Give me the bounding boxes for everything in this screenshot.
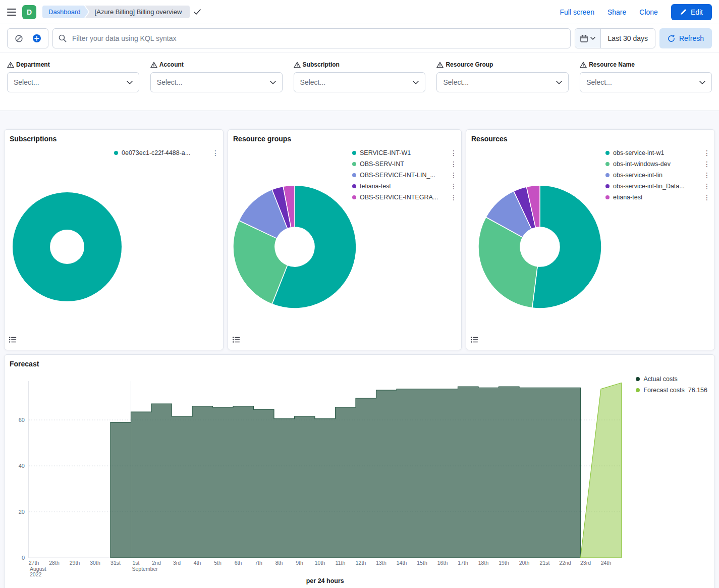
month-label: September xyxy=(132,566,158,572)
legend-label: OBS-SERVICE-INT-LIN_... xyxy=(360,172,435,179)
legend-menu-icon[interactable]: ⋮ xyxy=(207,149,219,156)
legend-dot xyxy=(605,151,610,155)
breadcrumb: Dashboard [Azure Billing] Billing overvi… xyxy=(42,6,201,18)
legend-toggle-icon[interactable] xyxy=(9,336,17,346)
chevron-down-icon xyxy=(270,81,276,84)
legend-label: 0e073ec1-c22f-4488-a... xyxy=(122,149,190,156)
resource-name-select[interactable]: Select... xyxy=(580,72,712,92)
legend-menu-icon[interactable]: ⋮ xyxy=(698,161,710,168)
legend-item[interactable]: SERVICE-INT-W1⋮ xyxy=(352,148,457,157)
time-range-value[interactable]: Last 30 days xyxy=(601,29,655,48)
control-label: Subscription xyxy=(294,61,426,68)
dashboard-grid: Subscriptions 0e073ec1-c22f-4488-a...⋮ R… xyxy=(0,111,719,588)
chart-legend: SERVICE-INT-W1⋮OBS-SERV-INT⋮OBS-SERVICE-… xyxy=(352,148,457,202)
donut-chart[interactable] xyxy=(9,188,126,305)
y-axis-tick-label: 20 xyxy=(19,509,25,515)
x-axis-tick-label: 12th xyxy=(356,560,366,566)
forecast-costs-area[interactable] xyxy=(581,383,622,558)
legend-label: obs-int-windows-dev xyxy=(613,161,671,168)
warning-icon xyxy=(436,62,444,68)
date-picker: Last 30 days xyxy=(575,28,655,48)
breadcrumb-dashboard[interactable]: Dashboard xyxy=(42,6,89,18)
legend-toggle-icon[interactable] xyxy=(470,336,478,346)
x-axis-tick-label: 2nd xyxy=(152,560,161,566)
saved-query-icon[interactable] xyxy=(10,30,28,46)
legend-menu-icon[interactable]: ⋮ xyxy=(445,183,457,190)
legend-menu-icon[interactable]: ⋮ xyxy=(445,149,457,156)
x-axis-tick-label: 18th xyxy=(478,560,489,566)
y-axis-tick-label: 0 xyxy=(22,555,25,561)
x-axis-tick-label: 21st xyxy=(540,560,550,566)
add-filter-icon[interactable] xyxy=(28,30,46,46)
x-axis-tick-label: 16th xyxy=(437,560,448,566)
edit-button[interactable]: Edit xyxy=(671,4,712,20)
refresh-button[interactable]: Refresh xyxy=(659,28,712,48)
chart-legend: 0e073ec1-c22f-4488-a...⋮ xyxy=(114,148,219,157)
resource-group-select[interactable]: Select... xyxy=(436,72,569,92)
legend-menu-icon[interactable]: ⋮ xyxy=(445,172,457,179)
legend-toggle-icon[interactable] xyxy=(232,336,240,346)
kql-search xyxy=(52,28,571,48)
refresh-icon xyxy=(668,35,675,42)
x-axis-tick-label: 27th xyxy=(29,560,39,566)
legend-menu-icon[interactable]: ⋮ xyxy=(445,161,457,168)
subscription-select[interactable]: Select... xyxy=(294,72,426,92)
legend-label: obs-service-int-lin_Data... xyxy=(613,183,685,190)
legend-label: SERVICE-INT-W1 xyxy=(360,149,411,156)
legend-menu-icon[interactable]: ⋮ xyxy=(698,149,710,156)
legend-dot xyxy=(605,162,610,166)
filter-button-group xyxy=(7,28,48,48)
share-link[interactable]: Share xyxy=(607,8,626,16)
donut-chart[interactable] xyxy=(231,183,358,310)
warning-icon xyxy=(580,62,587,68)
legend-dot xyxy=(605,173,610,177)
legend-menu-icon[interactable]: ⋮ xyxy=(698,183,710,190)
control-department: Department Select... xyxy=(7,61,139,92)
legend-item[interactable]: OBS-SERVICE-INTEGRA...⋮ xyxy=(352,192,457,202)
x-axis-tick-label: 4th xyxy=(194,560,201,566)
x-axis-tick-label: 17th xyxy=(458,560,468,566)
breadcrumb-current-dashboard[interactable]: [Azure Billing] Billing overview xyxy=(85,6,190,18)
panel-title: Resource groups xyxy=(233,135,291,143)
department-select[interactable]: Select... xyxy=(7,72,139,92)
kql-search-input[interactable] xyxy=(52,28,571,48)
legend-item[interactable]: obs-service-int-lin⋮ xyxy=(605,170,710,180)
legend-dot xyxy=(352,162,356,166)
x-axis-tick-label: 20th xyxy=(519,560,530,566)
panel-resources: Resources obs-service-int-w1⋮obs-int-win… xyxy=(466,129,715,350)
legend-item[interactable]: obs-int-windows-dev⋮ xyxy=(605,159,710,169)
x-axis-tick-label: 28th xyxy=(49,560,60,566)
legend-item[interactable]: etiana-test⋮ xyxy=(605,192,710,202)
legend-item[interactable]: OBS-SERV-INT⋮ xyxy=(352,159,457,169)
legend-menu-icon[interactable]: ⋮ xyxy=(698,172,710,179)
clone-link[interactable]: Clone xyxy=(639,8,658,16)
date-quick-menu-button[interactable] xyxy=(575,29,601,48)
donut-chart[interactable] xyxy=(476,183,603,310)
legend-item[interactable]: obs-service-int-lin_Data...⋮ xyxy=(605,181,710,191)
check-icon[interactable] xyxy=(194,9,201,15)
x-axis-tick-label: 11th xyxy=(336,560,346,566)
forecast-area-chart[interactable]: 020406027th28th29th30th31st1st2nd3rd4th5… xyxy=(9,369,710,588)
pencil-icon xyxy=(680,9,687,15)
legend-item[interactable]: obs-service-int-w1⋮ xyxy=(605,148,710,157)
x-axis-tick-label: 7th xyxy=(255,560,262,566)
legend-item[interactable]: OBS-SERVICE-INT-LIN_...⋮ xyxy=(352,170,457,180)
pie-slice[interactable] xyxy=(532,185,601,308)
account-select[interactable]: Select... xyxy=(150,72,283,92)
full-screen-link[interactable]: Full screen xyxy=(560,8,594,16)
actual-costs-area[interactable] xyxy=(110,387,581,558)
control-label: Account xyxy=(150,61,283,68)
legend-menu-icon[interactable]: ⋮ xyxy=(698,194,710,201)
x-axis-tick-label: 15th xyxy=(417,560,427,566)
legend-item[interactable]: 0e073ec1-c22f-4488-a...⋮ xyxy=(114,148,219,157)
x-axis-tick-label: 19th xyxy=(499,560,509,566)
x-axis-tick-label: 13th xyxy=(376,560,386,566)
menu-icon[interactable] xyxy=(7,9,16,16)
chevron-down-icon xyxy=(556,81,562,84)
legend-item[interactable]: tetiana-test⋮ xyxy=(352,181,457,191)
edit-button-label: Edit xyxy=(691,8,703,16)
calendar-icon xyxy=(580,35,588,42)
space-avatar[interactable]: D xyxy=(22,5,36,19)
legend-menu-icon[interactable]: ⋮ xyxy=(445,194,457,201)
legend-dot xyxy=(352,151,356,155)
